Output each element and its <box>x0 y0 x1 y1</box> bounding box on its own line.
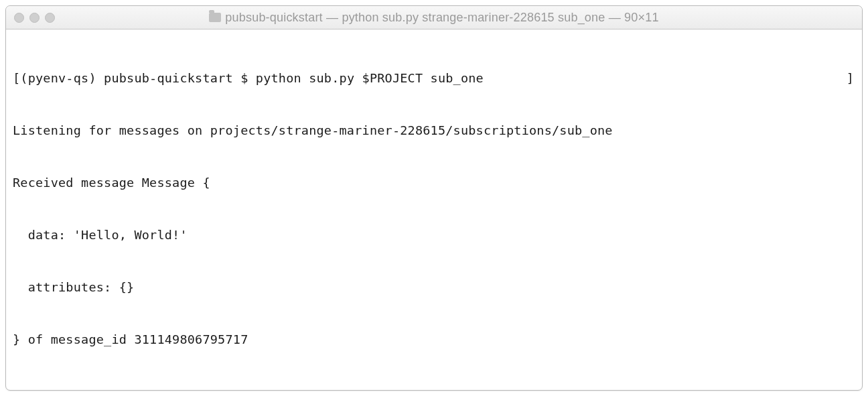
desktop-stage: pubsub-quickstart — python sub.py strang… <box>0 0 868 396</box>
maximize-button[interactable] <box>45 13 55 23</box>
close-button[interactable] <box>14 13 24 23</box>
window-title: pubsub-quickstart — python sub.py strang… <box>6 6 862 29</box>
traffic-lights <box>14 13 55 23</box>
terminal-body[interactable]: [(pyenv-qs) pubsub-quickstart $ python s… <box>6 29 862 390</box>
terminal-line: Received message Message { <box>13 174 855 192</box>
titlebar[interactable]: pubsub-quickstart — python sub.py strang… <box>6 6 862 29</box>
terminal-line: data: 'Hello, World!' <box>13 226 855 244</box>
folder-icon <box>209 13 221 22</box>
title-text: pubsub-quickstart — python sub.py strang… <box>225 11 658 25</box>
terminal-line: Listening for messages on projects/stran… <box>13 122 855 139</box>
terminal-line: [(pyenv-qs) pubsub-quickstart $ python s… <box>13 70 855 87</box>
terminal-line: } of message_id 311149806795717 <box>13 331 855 348</box>
terminal-window-subscriber[interactable]: pubsub-quickstart — python sub.py strang… <box>5 5 863 391</box>
terminal-line: attributes: {} <box>13 279 855 296</box>
minimize-button[interactable] <box>29 13 40 23</box>
